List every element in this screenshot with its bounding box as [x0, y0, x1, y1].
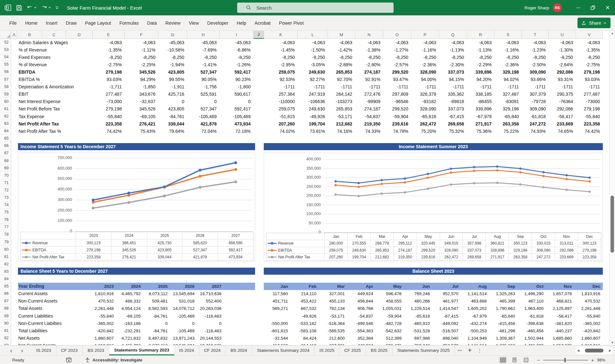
value-cell[interactable]: 337,073 [439, 106, 467, 111]
value-cell[interactable]: -1.35% [576, 47, 603, 53]
row-header-69[interactable]: 69 [0, 165, 11, 172]
zoom-in-button[interactable]: + [591, 357, 594, 363]
column-header-D[interactable]: D [66, 31, 93, 39]
balance-value-cell[interactable]: 1,963,400 [516, 305, 544, 312]
value-cell[interactable]: 223,358 [93, 121, 125, 126]
value-cell[interactable]: -55,840 [93, 114, 125, 119]
new-sheet-button[interactable]: + [465, 345, 475, 355]
value-cell[interactable]: 262,472 [411, 121, 439, 126]
value-cell[interactable]: -4,063 [467, 40, 494, 45]
value-cell[interactable]: 75.20% [411, 129, 439, 134]
balance-value-cell[interactable]: -440,237 [544, 327, 573, 335]
balance-value-cell[interactable]: -516,507 [431, 327, 459, 335]
balance-value-cell[interactable]: 1,325,263 [487, 290, 516, 297]
value-cell[interactable]: -1711 [328, 84, 355, 89]
page-layout-view-button[interactable] [510, 357, 519, 363]
row-header-53[interactable]: 53 [0, 46, 11, 53]
value-cell[interactable]: -8,250 [576, 55, 603, 60]
balance-value-cell[interactable]: -84,761 [141, 327, 168, 335]
row-header-73[interactable]: 73 [0, 194, 11, 201]
balance-value-cell[interactable]: 1,104,949 [459, 335, 487, 342]
customize-qat-button[interactable] [55, 6, 59, 9]
value-cell[interactable]: 345,526 [125, 69, 158, 75]
balance-value-cell[interactable]: 19,710,636 [195, 342, 222, 345]
balance-value-cell[interactable]: -481,296 [487, 327, 516, 335]
ribbon-tab-acrobat[interactable]: Acrobat [250, 15, 275, 30]
value-cell[interactable]: -8,250 [125, 55, 158, 60]
column-header-T[interactable]: T [522, 31, 549, 39]
value-cell[interactable]: 247,272 [522, 121, 549, 126]
zoom-out-button[interactable]: − [537, 357, 540, 363]
value-cell[interactable]: -1.13% [439, 47, 467, 53]
balance-value-cell[interactable]: 1,657,076 [544, 290, 573, 297]
ribbon-tab-file[interactable]: File [5, 15, 21, 30]
row-header-70[interactable]: 70 [0, 172, 11, 179]
value-cell[interactable]: -1711 [522, 84, 549, 89]
balance-value-cell[interactable]: -420,842 [573, 327, 601, 335]
value-cell[interactable]: -2.30% [439, 62, 467, 67]
balance-value-cell[interactable]: -118,483 [195, 327, 222, 335]
value-cell[interactable]: -8,250 [298, 55, 328, 60]
value-cell[interactable]: 99.55% [158, 77, 187, 82]
value-cell[interactable]: -8,250 [549, 55, 576, 60]
value-cell[interactable]: 269,658 [439, 121, 467, 126]
sheet-tab-is-2023[interactable]: IS 2023 [31, 345, 56, 355]
row-header-78[interactable]: 78 [0, 231, 11, 238]
balance-value-cell[interactable]: -381,820 [544, 320, 573, 327]
value-cell[interactable]: 92.70% [328, 77, 355, 82]
balance-value-cell[interactable]: -500,253 [459, 327, 487, 335]
sheet-tab-statements-summary-2024[interactable]: Statements Summary 2024 [252, 345, 315, 355]
balance-value-cell[interactable]: 13,545,694 [168, 342, 195, 345]
row-header-60[interactable]: 60 [0, 98, 11, 105]
balance-value-cell[interactable]: 1,414,547 [431, 305, 459, 312]
value-cell[interactable]: 328,090 [411, 69, 439, 75]
sheet-grid[interactable]: 5253545556575859606162636465666768697071… [0, 39, 609, 345]
column-header-F[interactable]: F [125, 31, 158, 39]
save-icon[interactable] [16, 5, 22, 11]
undo-button[interactable] [27, 5, 37, 11]
value-cell[interactable]: 257,364 [264, 92, 298, 97]
value-cell[interactable]: -67,979 [467, 114, 494, 119]
value-cell[interactable]: 339,896 [467, 69, 494, 75]
sheet-tab-bs-2025[interactable]: BS 2025 [366, 345, 393, 355]
balance-value-cell[interactable]: 488,332 [114, 297, 141, 305]
value-cell[interactable]: -3.05% [298, 62, 328, 67]
value-cell[interactable]: 297,809 [383, 92, 411, 97]
balance-value-cell[interactable]: 0 [168, 320, 195, 327]
value-cell[interactable]: -1,850 [125, 84, 158, 89]
balance-value-cell[interactable]: 214,110 [289, 290, 317, 297]
balance-value-cell[interactable]: 1,496,290 [516, 290, 544, 297]
value-cell[interactable]: -69,105 [125, 114, 158, 119]
balance-value-cell[interactable]: -49,926 [289, 312, 317, 320]
value-cell[interactable]: -1.94% [158, 62, 187, 67]
balance-value-cell[interactable]: -105,469 [168, 327, 195, 335]
column-header-U[interactable]: U [549, 31, 576, 39]
balance-value-cell[interactable]: 1,141,514 [459, 290, 487, 297]
balance-value-cell[interactable]: 352,384 [345, 335, 374, 342]
column-header-J[interactable]: J [253, 31, 264, 39]
value-cell[interactable]: -54,837 [355, 114, 383, 119]
value-cell[interactable]: 93.31% [549, 77, 576, 82]
balance-value-cell[interactable]: 667,532 [289, 305, 317, 312]
value-cell[interactable]: -45,063 [158, 40, 187, 45]
balance-value-cell[interactable]: -55,840 [573, 312, 601, 320]
value-cell[interactable]: -2.29% [467, 62, 494, 67]
balance-value-cell[interactable]: 1,860,607 [573, 335, 601, 342]
balance-value-cell[interactable]: 1,810,916 [573, 290, 601, 297]
balance-value-cell[interactable]: 1,502,944 [516, 335, 544, 342]
chart-monthly[interactable]: 400,000350,000300,000250,000200,000150,0… [264, 153, 603, 262]
accessibility-icon[interactable] [85, 358, 90, 363]
balance-value-cell[interactable]: 20,144,553 [195, 335, 222, 342]
row-header-64[interactable]: 64 [0, 127, 11, 135]
value-cell[interactable]: -1711 [298, 84, 328, 89]
row-header-66[interactable]: 66 [0, 142, 11, 150]
balance-value-cell[interactable]: -449,092 [431, 320, 459, 327]
balance-value-cell[interactable]: -482,728 [374, 320, 402, 327]
row-header-61[interactable]: 61 [0, 105, 11, 113]
value-cell[interactable]: -103273 [328, 99, 355, 104]
value-cell[interactable]: -4,063 [439, 40, 467, 45]
balance-value-cell[interactable]: -516,364 [317, 320, 345, 327]
value-cell[interactable]: 90.23% [220, 77, 253, 82]
value-cell[interactable]: 233,669 [549, 121, 576, 126]
value-cell[interactable]: 72.18% [220, 129, 253, 134]
